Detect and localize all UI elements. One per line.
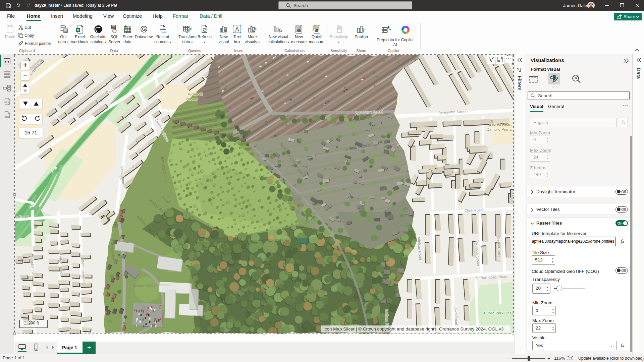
svg-text:Archibald: Archibald [188,92,203,96]
svg-text:DAX: DAX [4,101,9,104]
svg-text:TMDL: TMDL [4,115,10,117]
svg-text:Public Park Or Gar: Public Park Or Gar [484,311,513,315]
svg-text:Primary: Primary [186,97,198,101]
svg-text:Clive Road: Clive Road [464,208,483,213]
svg-text:Catholic Primary Sch: Catholic Primary Sch [486,127,513,131]
svg-text:Lewis Road: Lewis Road [454,305,459,325]
svg-text:Berner Street: Berner Street [497,237,501,260]
svg-text:fx: fx [279,28,282,33]
svg-text:n Road: n Road [16,215,28,219]
svg-text:Sacred Heart Roma: Sacred Heart Roma [489,122,513,126]
